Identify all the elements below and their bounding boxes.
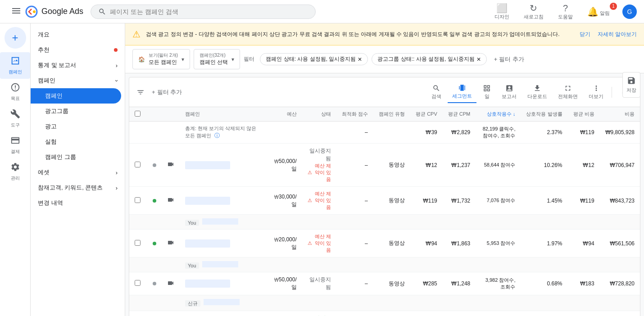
left-panel-change-history[interactable]: 변경 내역	[31, 195, 125, 211]
notifications-action[interactable]: 🔔 1 알림	[582, 5, 615, 19]
row2-campaign-name[interactable]	[185, 197, 230, 205]
select-all-checkbox[interactable]	[135, 111, 141, 117]
col-header-avg-cpm[interactable]: 평균 CPM	[443, 107, 476, 122]
adgroup-status-chip-close-icon[interactable]: ✕	[476, 56, 481, 63]
row4-avg-cost: ₩183	[568, 272, 600, 295]
refresh-action[interactable]: ↻ 새로고침	[518, 1, 549, 22]
search-toolbar-btn[interactable]: 검색	[427, 81, 446, 103]
search-bar[interactable]	[91, 5, 316, 19]
left-panel-audiences[interactable]: 참재고객, 키워드, 콘텐츠 ›	[31, 180, 125, 195]
google-ads-logo[interactable]: Google Ads	[25, 5, 83, 18]
col-header-campaign-type[interactable]: 캠페인 유형	[373, 107, 410, 122]
left-panel-overview[interactable]: 개요	[31, 27, 125, 42]
save-icon	[627, 76, 636, 85]
campaign-status-chip-close-icon[interactable]: ✕	[358, 56, 362, 63]
overview-label: 개요	[38, 31, 50, 39]
left-panel-assets[interactable]: 에셋 ›	[31, 165, 125, 180]
col-header-interactions[interactable]: 상호작용수 ↓	[476, 107, 521, 122]
col-header-optimization[interactable]: 최적화 점수	[336, 107, 373, 122]
alert-detail-button[interactable]: 자세히 알아보기	[598, 31, 637, 38]
table-row: ₩20,000/일 ⚠ 예산 제약이 있음 – 동영상 ₩94 ₩1,863	[129, 230, 640, 257]
row1-campaign-cell[interactable]	[180, 144, 266, 187]
search-input[interactable]	[110, 8, 308, 15]
alert-icon: ⚠	[132, 29, 141, 40]
left-panel-adgroups[interactable]: 광고그룹	[31, 104, 125, 119]
row2-checkbox-cell[interactable]	[129, 187, 147, 215]
view-filter-value: 모든 캠페인	[149, 59, 178, 66]
row2-checkbox[interactable]	[135, 197, 141, 203]
col-header-campaign[interactable]: 캠페인	[180, 107, 266, 122]
left-panel-campaigns-item[interactable]: 캠페인	[31, 88, 121, 104]
row4-avg-cpm: ₩1,248	[443, 272, 476, 295]
col-header-status[interactable]: 상태	[302, 107, 336, 122]
hamburger-menu[interactable]	[7, 2, 25, 21]
summary-type-cell	[162, 122, 180, 144]
logo-area: Google Ads	[25, 5, 83, 18]
left-panel-ads[interactable]: 광고	[31, 119, 125, 134]
segments-toolbar-btn[interactable]: 세그먼트	[448, 81, 476, 103]
row1-checkbox[interactable]	[135, 162, 141, 167]
sidebar-item-goals[interactable]: 목표	[0, 79, 30, 105]
left-panel-campaigns-section[interactable]: 캠페인 ›	[31, 73, 125, 88]
sidebar: + 캠페인 목표 도구 결제	[0, 23, 31, 316]
left-panel-stats[interactable]: 통계 및 보고서 ›	[31, 58, 125, 73]
summary-info-icon[interactable]: ⓘ	[214, 132, 220, 139]
summary-interaction-rate: 2.37%	[521, 122, 567, 144]
col-header-cost[interactable]: 비용	[600, 107, 640, 122]
warning-icon: ⚠	[308, 170, 312, 176]
row3-checkbox-cell[interactable]	[129, 230, 147, 257]
col-header-interaction-rate[interactable]: 상호작용 발생률	[521, 107, 567, 122]
row4-campaign-name[interactable]	[185, 280, 230, 288]
summary-avg-cpv: ₩39	[410, 122, 443, 144]
row3-checkbox[interactable]	[135, 240, 141, 246]
row3-campaign-name[interactable]	[185, 239, 230, 248]
sidebar-item-campaigns[interactable]: 캠페인	[0, 52, 30, 79]
fullscreen-toolbar-btn[interactable]: 전체화면	[553, 81, 582, 103]
stats-label: 통계 및 보고서	[38, 61, 76, 69]
design-action[interactable]: ⬜ 디자인	[489, 1, 515, 22]
sidebar-item-billing[interactable]: 결제	[0, 132, 30, 158]
user-avatar[interactable]: G	[622, 5, 637, 19]
sidebar-item-admin[interactable]: 관리	[0, 158, 30, 185]
alert-close-button[interactable]: 닫기	[580, 31, 590, 38]
row2-type-cell	[162, 187, 180, 215]
save-button[interactable]: 저장	[622, 72, 640, 98]
row2-campaign-cell[interactable]	[180, 187, 266, 215]
sidebar-item-create[interactable]: +	[5, 27, 26, 49]
row4-campaign-cell[interactable]	[180, 272, 266, 295]
left-panel-recommendations[interactable]: 추천	[31, 42, 125, 58]
table-add-filter-button[interactable]: + 필터 추가	[148, 86, 186, 98]
row4-checkbox-cell[interactable]	[129, 272, 147, 295]
row5-checkbox-cell[interactable]	[129, 311, 147, 316]
row1-checkbox-cell[interactable]	[129, 144, 147, 187]
table-header-row: 캠페인 예산 상태 최적화 점수	[129, 107, 640, 122]
row5-avg-cpm: ₩3,763	[443, 311, 476, 316]
row4-checkbox[interactable]	[135, 280, 141, 286]
sidebar-item-tools[interactable]: 도구	[0, 105, 30, 132]
download-toolbar-btn[interactable]: 다운로드	[523, 81, 552, 103]
row4-optimization: –	[336, 272, 373, 295]
day-toolbar-btn[interactable]: 일	[478, 81, 495, 103]
more-toolbar-label: 더보기	[589, 93, 603, 100]
row4-interactions: 3,982 참여수, 조회수	[476, 272, 521, 295]
col-header-avg-cost[interactable]: 평균 비용	[568, 107, 600, 122]
adgroup-status-chip[interactable]: 광고그룹 상태:: 사용 설정됨, 일시중지됨 ✕	[372, 53, 486, 65]
row5-campaign-cell[interactable]: 이트) ★	[180, 311, 266, 316]
campaign-filter-select[interactable]: 캠페인(32개) 캠페인 선택 ▾	[194, 49, 240, 69]
filter-add-button[interactable]: + 필터 추가	[490, 54, 528, 65]
reports-toolbar-btn[interactable]: 보고서	[497, 81, 521, 103]
campaigns-chevron-icon: ›	[113, 80, 120, 81]
campaign-status-chip[interactable]: 캠페인 상태: 사용 설정됨, 일시중지됨 ✕	[260, 53, 368, 65]
col-header-budget[interactable]: 예산	[266, 107, 302, 122]
view-filter-select[interactable]: 🏠 보기(필터 2개) 모든 캠페인 ▾	[132, 49, 190, 69]
help-action[interactable]: ? 도움말	[553, 1, 578, 22]
top-navigation: Google Ads ⬜ 디자인 ↻ 새로고침 ? 도움말 🔔 1 알림 G	[0, 0, 644, 23]
left-panel-campaign-groups[interactable]: 캠페인 그룹	[31, 149, 125, 165]
row1-campaign-name[interactable]	[185, 161, 230, 169]
row3-budget-warning: ⚠ 예산 제약이 있음	[308, 233, 331, 253]
left-panel-experiments[interactable]: 실험	[31, 134, 125, 149]
row3-campaign-cell[interactable]	[180, 230, 266, 257]
col-header-avg-cpv[interactable]: 평균 CPV	[410, 107, 443, 122]
campaign-filter-label: 캠페인(32개)	[200, 52, 228, 59]
more-toolbar-btn[interactable]: 더보기	[584, 81, 608, 103]
